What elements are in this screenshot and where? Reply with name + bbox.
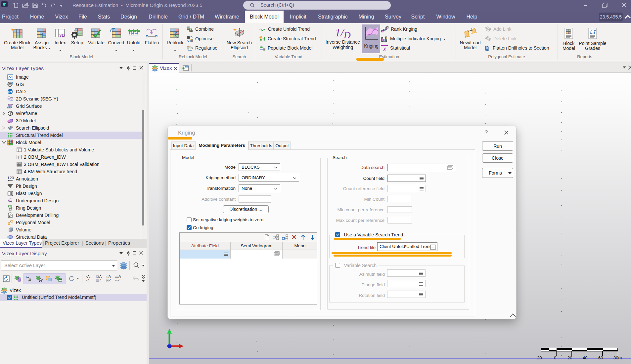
svg-text:CAD: CAD <box>8 91 13 93</box>
svg-text:3D: 3D <box>59 33 65 38</box>
